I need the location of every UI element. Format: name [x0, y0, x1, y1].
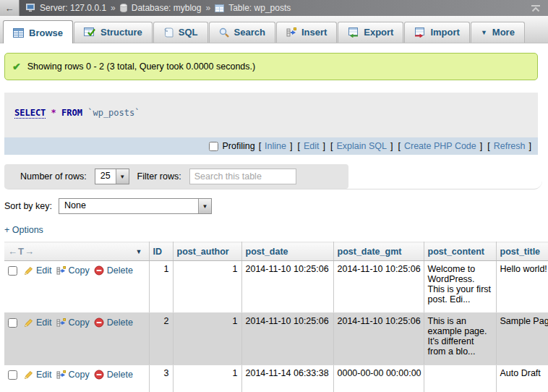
results-controls: Number of rows: 25 ▼ Filter rows:	[4, 164, 348, 189]
tab-more[interactable]: ▼ More	[471, 22, 525, 43]
edit-row-link[interactable]: Edit	[24, 370, 52, 380]
copy-label: Copy	[69, 318, 90, 328]
create-php-code-link[interactable]: Create PHP Code	[404, 141, 476, 151]
bracket: ]	[290, 141, 292, 151]
inline-link[interactable]: Inline	[265, 141, 286, 151]
search-icon	[219, 27, 229, 38]
sql-code: SELECT * FROM `wp_posts`	[4, 93, 538, 137]
tab-export[interactable]: Export	[338, 22, 403, 43]
profiling-checkbox[interactable]	[209, 142, 218, 151]
profiling-text: Profiling	[222, 141, 254, 151]
success-message: ✔ Showing rows 0 - 2 (3 total, Query too…	[4, 53, 538, 80]
cell-post-title: Sample Page	[496, 313, 548, 365]
tab-search[interactable]: Search	[209, 22, 275, 43]
cell-post-date: 2014-11-14 06:33:38	[241, 365, 333, 392]
number-of-rows-label: Number of rows:	[20, 171, 87, 182]
cell-id: 1	[149, 261, 173, 313]
bracket: ]	[529, 141, 531, 151]
filter-input[interactable]	[189, 169, 296, 184]
copy-row-link[interactable]: Copy	[56, 370, 90, 380]
sort-key-select[interactable]: None ▼	[59, 198, 212, 214]
header-row: ←T→ ▼ ID post_author post_date post_date…	[4, 242, 548, 261]
column-header-id[interactable]: ID	[149, 242, 173, 261]
results-controls-wrap: Number of rows: 25 ▼ Filter rows:	[4, 155, 542, 189]
cell-post-date-gmt: 0000-00-00 00:00:00	[333, 365, 424, 392]
query-box: SELECT * FROM `wp_posts` Profiling [ Inl…	[4, 93, 538, 155]
cell-post-date: 2014-11-10 10:25:06	[241, 313, 333, 365]
tab-sql[interactable]: SQL	[153, 22, 208, 43]
cell-post-author: 1	[173, 365, 241, 392]
explain-sql-link[interactable]: Explain SQL	[336, 141, 386, 151]
collapse-icon[interactable]	[523, 4, 548, 12]
check-icon: ✔	[12, 61, 21, 72]
main-content: ✔ Showing rows 0 - 2 (3 total, Query too…	[0, 53, 548, 392]
column-header-post-date-gmt[interactable]: post_date_gmt	[333, 242, 424, 261]
breadcrumb: Server: 127.0.0.1 » Database: myblog » T…	[20, 3, 523, 13]
table-row: Edit Copy	[4, 365, 548, 392]
delete-row-link[interactable]: Delete	[94, 265, 133, 276]
cell-post-date-gmt: 2014-11-10 10:25:06	[333, 313, 424, 365]
bracket: ]	[480, 141, 482, 151]
tab-label: Search	[234, 27, 265, 38]
refresh-link[interactable]: Refresh	[494, 141, 526, 151]
tab-browse[interactable]: Browse	[3, 20, 73, 43]
rows-per-page-select[interactable]: 25 ▼	[95, 169, 129, 184]
options-toggle[interactable]: + Options	[4, 225, 43, 235]
tab-label: Import	[430, 27, 459, 38]
back-arrow-icon: ←	[5, 3, 14, 14]
row-marker-controls[interactable]: ←T→	[8, 246, 35, 257]
table-icon	[215, 4, 224, 12]
tab-label: Browse	[29, 27, 63, 38]
edit-row-link[interactable]: Edit	[24, 318, 52, 328]
import-icon	[414, 27, 425, 38]
delete-icon	[94, 318, 104, 328]
filter-rows-label: Filter rows:	[137, 171, 181, 182]
row-checkbox[interactable]	[8, 370, 17, 380]
select-arrow-icon: ▼	[116, 169, 129, 184]
bracket: [	[297, 141, 299, 151]
phpmyadmin-page: ← Server: 127.0.0.1 » Database: myblog »	[0, 0, 548, 392]
row-checkbox[interactable]	[8, 318, 17, 328]
tab-insert[interactable]: Insert	[276, 22, 337, 43]
results-table: ←T→ ▼ ID post_author post_date post_date…	[4, 242, 548, 392]
edit-row-link[interactable]: Edit	[24, 265, 52, 276]
sql-keyword-select[interactable]: SELECT	[14, 108, 46, 119]
sort-row: Sort by key: None ▼	[4, 198, 548, 214]
column-header-post-content[interactable]: post_content	[424, 242, 496, 261]
sql-icon	[163, 27, 174, 38]
scroll-top-icon	[531, 4, 541, 12]
row-actions-cell: Edit Copy	[4, 261, 149, 313]
sql-star: *	[51, 108, 56, 118]
sort-arrow-icon[interactable]: ▼	[136, 248, 145, 255]
column-header-post-title[interactable]: post_title	[496, 242, 548, 261]
sql-keyword-from: FROM	[61, 108, 82, 118]
row-checkbox[interactable]	[8, 266, 17, 276]
copy-icon	[56, 370, 66, 380]
table-row: Edit Copy	[4, 313, 548, 365]
copy-row-link[interactable]: Copy	[56, 318, 90, 328]
tab-bar: Browse Structure SQL Search	[0, 16, 548, 43]
query-actions-bar: Profiling [ Inline ] [ Edit ] [ Explain …	[4, 137, 538, 155]
breadcrumb-database[interactable]: Database: myblog	[132, 3, 202, 13]
tab-structure[interactable]: Structure	[74, 22, 153, 43]
breadcrumb-server[interactable]: Server: 127.0.0.1	[40, 3, 106, 13]
export-icon	[348, 27, 359, 38]
browse-icon	[13, 28, 24, 38]
tab-import[interactable]: Import	[404, 22, 469, 43]
copy-row-link[interactable]: Copy	[56, 265, 90, 276]
column-header-post-date[interactable]: post_date	[241, 242, 333, 261]
delete-row-link[interactable]: Delete	[94, 318, 133, 328]
sort-key-value: None	[59, 199, 198, 213]
edit-label: Edit	[36, 265, 52, 276]
delete-row-link[interactable]: Delete	[94, 370, 133, 380]
chevron-down-icon: ▼	[481, 29, 487, 36]
edit-query-link[interactable]: Edit	[304, 141, 320, 151]
breadcrumb-table[interactable]: Table: wp_posts	[228, 3, 291, 13]
row-actions-cell: Edit Copy	[4, 365, 149, 392]
column-header-post-author[interactable]: post_author	[173, 242, 241, 261]
cell-post-date: 2014-11-10 10:25:06	[241, 261, 333, 313]
bracket: [	[398, 141, 400, 151]
profiling-label[interactable]: Profiling	[209, 141, 254, 151]
breadcrumb-separator: »	[205, 3, 210, 13]
nav-back-button[interactable]: ←	[0, 0, 20, 16]
